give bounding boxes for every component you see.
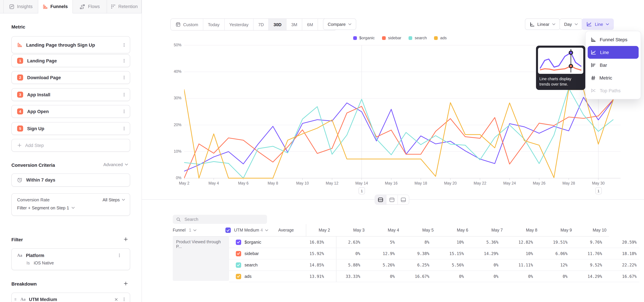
funnel-metric-card[interactable]: Landing Page through Sign Up — [12, 36, 130, 53]
kebab-icon[interactable] — [122, 109, 126, 114]
date-column-header[interactable]: May 2 — [306, 224, 333, 236]
conversion-window-card[interactable]: Within 7 days — [12, 174, 130, 186]
menu-item-bar[interactable]: Bar — [588, 59, 639, 72]
kebab-icon[interactable] — [122, 92, 126, 97]
legend-item[interactable]: sidebar — [382, 36, 401, 40]
all-steps-label: All Steps — [102, 197, 120, 202]
range-30d[interactable]: 30D — [269, 19, 286, 30]
date-column-header[interactable]: May 6 — [436, 228, 471, 232]
select-all-checkbox[interactable] — [225, 228, 230, 233]
funnel-step-row[interactable]: 1Landing Page — [12, 54, 130, 67]
date-column-header[interactable]: May 3 — [333, 228, 367, 232]
search-input[interactable] — [184, 216, 264, 222]
step-number-badge: 5 — [17, 126, 23, 132]
compare-button[interactable]: Compare — [323, 18, 356, 30]
funnel-step-row[interactable]: 3App Install — [12, 88, 130, 101]
chevron-down-icon — [265, 229, 268, 231]
check-icon — [237, 264, 240, 266]
row-checkbox[interactable] — [236, 262, 241, 268]
step-label: Download Page — [27, 75, 61, 80]
drag-handle-icon[interactable] — [14, 297, 17, 302]
kebab-icon[interactable] — [122, 297, 126, 302]
cell-value: 5% — [363, 240, 398, 244]
funnel-name-cell[interactable]: Product Viewed through P... — [173, 236, 229, 282]
cell-value: 10% — [432, 240, 466, 244]
legend-label: search — [415, 36, 427, 40]
date-column-header[interactable]: May 9 — [540, 228, 574, 232]
legend-item[interactable]: $organic — [353, 36, 375, 40]
chart-type-button[interactable]: Line — [582, 18, 614, 30]
tab-insights[interactable]: Insights — [3, 0, 38, 13]
interval-button[interactable]: Day — [560, 18, 582, 30]
table-row[interactable]: $organic16.03%2.63%5%8%10%5.36%12.82%19.… — [229, 236, 639, 248]
funnel-column-header[interactable]: Funnel 1 — [173, 228, 218, 232]
scale-button[interactable]: Linear — [525, 18, 560, 30]
annotation-badge[interactable]: 1 — [595, 187, 602, 194]
layout-chart-only-button[interactable] — [386, 195, 398, 204]
breakdown-card[interactable]: Aa UTM Medium — [12, 292, 130, 302]
legend-item[interactable]: ads — [434, 36, 447, 40]
add-breakdown-button[interactable] — [124, 281, 128, 286]
add-step-label: Add Step — [25, 143, 44, 148]
retention-icon — [110, 4, 116, 9]
close-icon[interactable] — [114, 297, 118, 302]
series-line-organic[interactable] — [184, 97, 613, 171]
date-column-header[interactable]: May 8 — [506, 228, 540, 232]
date-column-header[interactable]: May 4 — [367, 228, 402, 232]
all-steps-dropdown[interactable]: All Steps — [102, 197, 125, 202]
conversion-rate-card: Conversion Rate All Steps Filter + Segme… — [12, 193, 130, 216]
add-step-button[interactable]: Add Step — [12, 139, 130, 152]
menu-item-metric[interactable]: Metric — [588, 72, 639, 84]
range-3m[interactable]: 3M — [286, 19, 302, 30]
menu-item-line[interactable]: Line — [588, 46, 639, 59]
segment-cell: $organic16.03% — [229, 240, 336, 245]
segment-cell: ads13.91% — [229, 274, 336, 279]
kebab-icon[interactable] — [122, 75, 126, 80]
tab-retention[interactable]: Retention — [107, 0, 142, 13]
filter-operator[interactable]: Is — [26, 261, 30, 266]
funnels-icon — [42, 4, 48, 9]
advanced-dropdown[interactable]: Advanced — [103, 162, 128, 167]
segment-step-dropdown[interactable]: Filter + Segment on Step 1 — [12, 202, 130, 210]
tab-funnels[interactable]: Funnels — [38, 0, 73, 14]
segment-cell: search14.85% — [229, 262, 336, 268]
series-line-search[interactable] — [184, 88, 613, 178]
step-number-badge: 2 — [17, 74, 23, 80]
funnel-step-row[interactable]: 5Sign Up — [12, 122, 130, 135]
table-row[interactable]: sidebar15.92%0%12.9%9.38%15.15%14.29%10%… — [229, 248, 639, 260]
table-row[interactable]: search14.85%5.88%5.26%6.25%5.56%0%11.11%… — [229, 260, 639, 271]
date-column-header[interactable]: May 10 — [574, 228, 609, 232]
table-search[interactable] — [173, 215, 267, 224]
date-column-header[interactable]: May 5 — [402, 228, 436, 232]
tab-flows[interactable]: Flows — [72, 0, 107, 13]
range-custom[interactable]: Custom — [171, 19, 203, 30]
row-checkbox[interactable] — [236, 251, 241, 256]
row-checkbox[interactable] — [236, 274, 241, 279]
menu-item-funnel-steps[interactable]: Funnel Steps — [588, 33, 639, 46]
legend-item[interactable]: search — [409, 36, 427, 40]
funnel-step-row[interactable]: 2Download Page — [12, 71, 130, 84]
range-7d[interactable]: 7D — [254, 19, 269, 30]
add-filter-button[interactable] — [124, 237, 128, 242]
series-line-ads[interactable] — [184, 90, 613, 178]
kebab-icon[interactable] — [122, 58, 126, 64]
chevron-down-icon — [72, 207, 75, 209]
row-checkbox[interactable] — [236, 240, 241, 245]
bar-icon — [591, 62, 596, 68]
range-label: Yesterday — [229, 22, 248, 27]
filter-value[interactable]: iOS Native — [34, 261, 54, 266]
funnel-step-row[interactable]: 4App Open — [12, 105, 130, 118]
kebab-icon[interactable] — [122, 42, 126, 48]
kebab-icon[interactable] — [122, 126, 126, 131]
range-6m[interactable]: 6M — [302, 19, 318, 30]
filter-card[interactable]: Aa Platform Is iOS Native — [12, 248, 130, 270]
range-yesterday[interactable]: Yesterday — [224, 19, 254, 30]
table-row[interactable]: ads13.91%33.33%0%16.67%0%0%0%0%14.29%16.… — [229, 271, 639, 282]
date-column-header[interactable]: May 7 — [471, 228, 506, 232]
annotation-badge[interactable]: 1 — [358, 187, 365, 194]
layout-table-only-button[interactable] — [398, 195, 409, 204]
layout-split-button[interactable] — [375, 195, 386, 204]
segment-column-header[interactable]: UTM Medium 4 Average — [218, 228, 306, 233]
kebab-icon[interactable] — [117, 253, 122, 258]
range-today[interactable]: Today — [203, 19, 224, 30]
